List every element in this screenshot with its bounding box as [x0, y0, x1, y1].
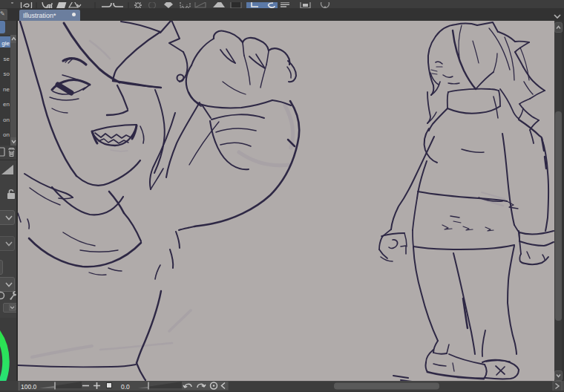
svg-text:0.0: 0.0 — [121, 383, 130, 391]
svg-text:100.0: 100.0 — [21, 383, 37, 391]
